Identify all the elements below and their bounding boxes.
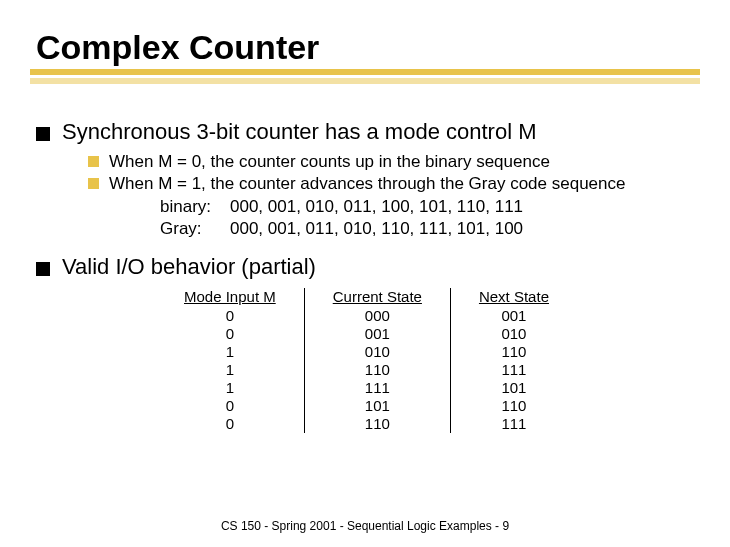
table-cell: 110 [304, 361, 450, 379]
bullet-1: Synchronous 3-bit counter has a mode con… [36, 119, 694, 145]
table-cell: 010 [304, 343, 450, 361]
table-cell: 010 [450, 325, 577, 343]
table-row: 1111101 [156, 379, 577, 397]
binary-sequence: 000, 001, 010, 011, 100, 101, 110, 111 [230, 196, 523, 218]
table-row: 1010110 [156, 343, 577, 361]
square-bullet-icon [88, 156, 99, 167]
io-behavior-table: Mode Input M Current State Next State 00… [156, 288, 577, 433]
table-cell: 0 [156, 397, 304, 415]
table-cell: 111 [450, 415, 577, 433]
table-cell: 000 [304, 307, 450, 325]
gray-label: Gray: [160, 218, 230, 240]
bullet-2: Valid I/O behavior (partial) [36, 254, 694, 280]
table-cell: 111 [304, 379, 450, 397]
table-row: 0110111 [156, 415, 577, 433]
table-header: Next State [450, 288, 577, 307]
table-cell: 111 [450, 361, 577, 379]
table-cell: 101 [304, 397, 450, 415]
slide-footer: CS 150 - Spring 2001 - Sequential Logic … [0, 519, 730, 533]
table-cell: 001 [304, 325, 450, 343]
table-row: 0000001 [156, 307, 577, 325]
table-cell: 110 [304, 415, 450, 433]
title-underline [30, 69, 700, 89]
slide-title: Complex Counter [36, 28, 694, 67]
sub-bullet-1: When M = 0, the counter counts up in the… [88, 151, 694, 172]
square-bullet-icon [36, 127, 50, 141]
gray-sequence: 000, 001, 011, 010, 110, 111, 101, 100 [230, 218, 523, 240]
binary-label: binary: [160, 196, 230, 218]
table-cell: 110 [450, 343, 577, 361]
table-cell: 0 [156, 325, 304, 343]
bullet-1-text: Synchronous 3-bit counter has a mode con… [62, 119, 536, 145]
table-row: 0001010 [156, 325, 577, 343]
table-cell: 1 [156, 361, 304, 379]
table-cell: 001 [450, 307, 577, 325]
table-cell: 0 [156, 307, 304, 325]
bullet-2-text: Valid I/O behavior (partial) [62, 254, 316, 280]
sub-2-text: When M = 1, the counter advances through… [109, 173, 625, 194]
square-bullet-icon [36, 262, 50, 276]
table-cell: 1 [156, 343, 304, 361]
table-row: 1110111 [156, 361, 577, 379]
table-cell: 101 [450, 379, 577, 397]
sub-bullet-2: When M = 1, the counter advances through… [88, 173, 694, 194]
table-header: Mode Input M [156, 288, 304, 307]
square-bullet-icon [88, 178, 99, 189]
table-cell: 0 [156, 415, 304, 433]
table-row: 0101110 [156, 397, 577, 415]
sub-1-text: When M = 0, the counter counts up in the… [109, 151, 550, 172]
table-cell: 1 [156, 379, 304, 397]
table-header: Current State [304, 288, 450, 307]
table-cell: 110 [450, 397, 577, 415]
